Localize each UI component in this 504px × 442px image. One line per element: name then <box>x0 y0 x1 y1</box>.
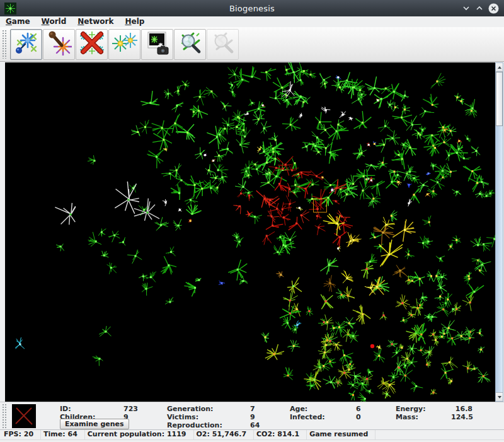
maximize-button[interactable] <box>475 4 484 13</box>
app-icon <box>4 3 16 15</box>
scrollbar-thumb[interactable] <box>496 72 503 126</box>
id-value: 723 <box>123 405 138 413</box>
reproduction-value: 64 <box>250 421 260 429</box>
scroll-down-button[interactable] <box>496 392 503 401</box>
selected-organism-preview <box>12 404 36 428</box>
take-picture-button[interactable] <box>141 29 173 60</box>
info-row-victims: Victims:9 <box>167 413 271 421</box>
mass-label: Mass: <box>396 413 451 421</box>
status-o2: O2: 51,746.7 <box>194 430 255 439</box>
info-row-reproduction: Reproduction:64 <box>167 421 271 429</box>
info-row-age: Age:6 <box>290 405 365 413</box>
generation-value: 7 <box>250 405 255 413</box>
titlebar[interactable]: Biogenesis <box>0 0 504 16</box>
info-column-4: Energy:16.8Mass:124.5 <box>396 405 472 421</box>
examine-genes-button[interactable]: Examine genes <box>60 419 129 429</box>
energy-label: Energy: <box>396 405 451 413</box>
vertical-scrollbar[interactable] <box>495 62 503 402</box>
reproduction-label: Reproduction: <box>167 421 250 429</box>
menu-world[interactable]: World <box>36 16 72 27</box>
menubar: GameWorldNetworkHelp <box>0 16 504 28</box>
feed-organism-icon <box>14 30 39 58</box>
id-label: ID: <box>60 405 123 413</box>
victims-label: Victims: <box>167 413 250 421</box>
status-population: Current population: 1119 <box>85 430 194 439</box>
menu-game[interactable]: Game <box>0 16 36 27</box>
window-title: Biogenesis <box>0 4 504 13</box>
info-row-id: ID:723 <box>60 405 142 413</box>
biogenesis-window: Biogenesis GameWorldNetworkHelp <box>0 0 504 442</box>
age-value: 6 <box>356 405 361 413</box>
magnify-organism-icon <box>178 30 203 58</box>
status-fps: FPS: 20 <box>1 430 41 439</box>
kill-organism-icon <box>79 30 105 58</box>
info-column-2: Generation:7Victims:9Reproduction:64 <box>167 405 271 429</box>
magnify-organism-button[interactable] <box>174 29 206 60</box>
organism-info-panel: ID:723Children:9 Generation:7Victims:9Re… <box>0 402 504 429</box>
age-label: Age: <box>290 405 356 413</box>
weaken-organism-icon <box>47 30 72 58</box>
status-co2: CO2: 814.1 <box>254 430 307 439</box>
menu-help[interactable]: Help <box>119 16 150 27</box>
info-panel-drag-handle[interactable] <box>2 404 8 428</box>
infected-label: Infected: <box>290 413 356 421</box>
copy-organism-icon <box>112 30 137 58</box>
status-time: Time: 64 <box>41 430 85 439</box>
scroll-up-button[interactable] <box>496 63 503 72</box>
world-canvas[interactable] <box>5 62 495 402</box>
close-button[interactable] <box>488 3 499 14</box>
take-picture-icon <box>145 30 170 58</box>
info-row-infected: Infected:0 <box>290 413 365 421</box>
generation-label: Generation: <box>167 405 250 413</box>
status-bar: FPS: 20Time: 64Current population: 1119O… <box>0 429 504 440</box>
copy-organism-button[interactable] <box>108 29 140 60</box>
status-message: Game resumed <box>307 430 375 439</box>
kill-organism-button[interactable] <box>76 29 108 60</box>
info-row-mass: Mass:124.5 <box>396 413 472 421</box>
menu-network[interactable]: Network <box>72 16 119 27</box>
triangle-up-icon <box>498 66 501 69</box>
info-row-energy: Energy:16.8 <box>396 405 472 413</box>
toolbar-drag-handle[interactable] <box>2 30 8 59</box>
triangle-down-icon <box>498 396 501 398</box>
feed-organism-button[interactable] <box>10 29 42 60</box>
mass-value: 124.5 <box>451 413 473 421</box>
infected-value: 0 <box>356 413 361 421</box>
info-column-3: Age:6Infected:0 <box>290 405 365 421</box>
minimize-button[interactable] <box>462 4 471 13</box>
victims-value: 9 <box>250 413 255 421</box>
info-row-generation: Generation:7 <box>167 405 271 413</box>
magnify-organism-disabled-button[interactable] <box>207 29 239 60</box>
weaken-organism-button[interactable] <box>43 29 75 60</box>
energy-value: 16.8 <box>451 405 472 413</box>
toolbar <box>0 27 504 62</box>
magnify-organism-disabled-icon <box>210 30 236 58</box>
